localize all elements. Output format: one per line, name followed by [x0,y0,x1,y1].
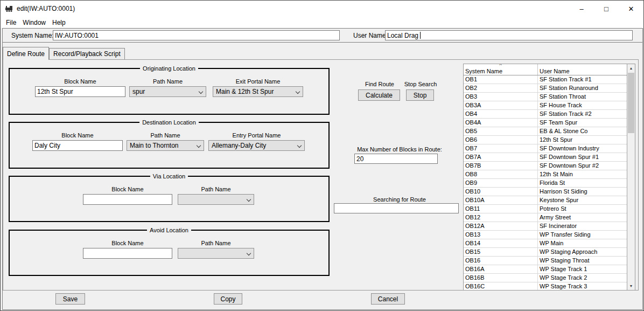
cell-system-name[interactable]: OB12A [464,222,538,230]
max-blocks-input[interactable] [354,154,438,164]
cell-user-name[interactable]: SF Station Throat [538,93,627,101]
scroll-down-icon[interactable]: ▼ [627,282,635,290]
scrollbar-thumb[interactable] [628,73,634,133]
cell-user-name[interactable]: WP Transfer Siding [538,231,627,239]
via-path-name-dropdown[interactable] [178,194,254,205]
table-row[interactable]: OB1SF Station Track #1 [464,75,627,84]
table-row[interactable]: OB16WP Staging Throat [464,257,627,265]
originating-path-name-dropdown[interactable]: spur [129,86,206,97]
cell-system-name[interactable]: OB10 [464,188,538,196]
destination-path-name-dropdown[interactable]: Main to Thornton [127,140,204,151]
table-row[interactable]: OB3ASF House Track [464,101,627,110]
user-name-input[interactable] [385,30,633,40]
table-row[interactable]: OB812th St Main [464,170,627,179]
table-row[interactable]: OB10Harrison St Siding [464,188,627,196]
table-row[interactable]: OB15WP Staging Approach [464,248,627,257]
cell-user-name[interactable]: WP Main [538,239,627,247]
via-block-name-input[interactable] [83,194,172,205]
close-icon[interactable]: ✕ [619,1,643,17]
cell-user-name[interactable]: SF House Track [538,101,627,109]
table-row[interactable]: OB4SF Station Track #2 [464,110,627,119]
cell-user-name[interactable]: SF Downtown Spur #2 [538,162,627,170]
column-header-system-name[interactable]: ^ System Name [464,64,538,75]
menu-file[interactable]: File [3,19,19,26]
table-row[interactable]: OB2SF Station Runaround [464,84,627,93]
table-row[interactable]: OB9Florida St [464,179,627,188]
cell-user-name[interactable]: Keystone Spur [538,196,627,204]
table-row[interactable]: OB7ASF Downtown Spur #1 [464,153,627,162]
column-header-user-name[interactable]: User Name [538,64,627,75]
cell-user-name[interactable]: SF Station Runaround [538,84,627,92]
cell-user-name[interactable]: Harrison St Siding [538,188,627,196]
calculate-button[interactable]: Calculate [358,89,400,101]
cell-system-name[interactable]: OB11 [464,205,538,213]
cell-system-name[interactable]: OB8 [464,170,538,178]
cell-system-name[interactable]: OB16C [464,282,538,290]
cell-system-name[interactable]: OB13 [464,231,538,239]
cell-system-name[interactable]: OB4 [464,110,538,118]
cell-user-name[interactable]: WP Stage Track 1 [538,265,627,273]
table-row[interactable]: OB5EB & AL Stone Co [464,127,627,136]
cell-system-name[interactable]: OB16A [464,265,538,273]
cell-user-name[interactable]: WP Staging Throat [538,257,627,265]
cancel-button[interactable]: Cancel [371,293,405,305]
scroll-up-icon[interactable]: ▲ [627,64,635,72]
cell-system-name[interactable]: OB7 [464,144,538,153]
cell-user-name[interactable]: WP Stage Track 3 [538,282,627,290]
table-scrollbar[interactable]: ▲ ▼ [627,64,635,290]
cell-system-name[interactable]: OB3 [464,93,538,101]
destination-entry-portal-dropdown[interactable]: Allemany-Daly City [208,140,305,151]
cell-system-name[interactable]: OB2 [464,84,538,92]
cell-user-name[interactable]: SF Incinerator [538,222,627,230]
cell-user-name[interactable]: Potrero St [538,205,627,213]
searching-status-input[interactable] [334,203,459,213]
destination-block-name-input[interactable] [32,140,123,151]
cell-system-name[interactable]: OB3A [464,101,538,109]
cell-user-name[interactable]: Army Street [538,213,627,222]
cell-system-name[interactable]: OB7B [464,162,538,170]
menu-help[interactable]: Help [49,19,69,26]
table-row[interactable]: OB612th St Spur [464,136,627,144]
cell-system-name[interactable]: OB16B [464,274,538,282]
table-row[interactable]: OB12ASF Incinerator [464,222,627,231]
table-row[interactable]: OB16AWP Stage Track 1 [464,265,627,274]
avoid-path-name-dropdown[interactable] [178,248,254,259]
cell-user-name[interactable]: Florida St [538,179,627,187]
originating-exit-portal-dropdown[interactable]: Main & 12th St Spur [213,86,303,97]
minimize-icon[interactable]: – [569,1,594,17]
cell-system-name[interactable]: OB10A [464,196,538,204]
cell-user-name[interactable]: 12th St Spur [538,136,627,144]
table-row[interactable]: OB7SF Downtown Industry [464,144,627,153]
cell-user-name[interactable]: SF Station Track #2 [538,110,627,118]
stop-button[interactable]: Stop [406,89,434,101]
tab-define-route[interactable]: Define Route [3,47,49,60]
avoid-block-name-input[interactable] [83,248,172,259]
cell-user-name[interactable]: WP Staging Approach [538,248,627,256]
table-row[interactable]: OB14WP Main [464,239,627,248]
cell-system-name[interactable]: OB9 [464,179,538,187]
cell-system-name[interactable]: OB4A [464,119,538,127]
cell-user-name[interactable]: SF Team Spur [538,119,627,127]
table-row[interactable]: OB12Army Street [464,213,627,222]
cell-system-name[interactable]: OB7A [464,153,538,161]
originating-block-name-input[interactable] [35,86,125,97]
cell-user-name[interactable]: WP Stage Track 2 [538,274,627,282]
maximize-icon[interactable]: □ [594,1,619,17]
cell-user-name[interactable]: 12th St Main [538,170,627,178]
cell-user-name[interactable]: SF Downtown Industry [538,144,627,153]
cell-system-name[interactable]: OB14 [464,239,538,247]
table-row[interactable]: OB16CWP Stage Track 3 [464,282,627,290]
table-row[interactable]: OB16BWP Stage Track 2 [464,274,627,282]
cell-system-name[interactable]: OB16 [464,257,538,265]
table-row[interactable]: OB13WP Transfer Siding [464,231,627,239]
menu-window[interactable]: Window [19,19,49,26]
table-row[interactable]: OB3SF Station Throat [464,93,627,101]
cell-system-name[interactable]: OB15 [464,248,538,256]
copy-button[interactable]: Copy [214,293,242,305]
table-row[interactable]: OB10AKeystone Spur [464,196,627,205]
cell-user-name[interactable]: SF Station Track #1 [538,75,627,84]
system-name-input[interactable] [53,30,340,40]
cell-system-name[interactable]: OB6 [464,136,538,144]
tab-record-playback-script[interactable]: Record/Playback Script [49,48,125,59]
table-row[interactable]: OB4ASF Team Spur [464,119,627,127]
